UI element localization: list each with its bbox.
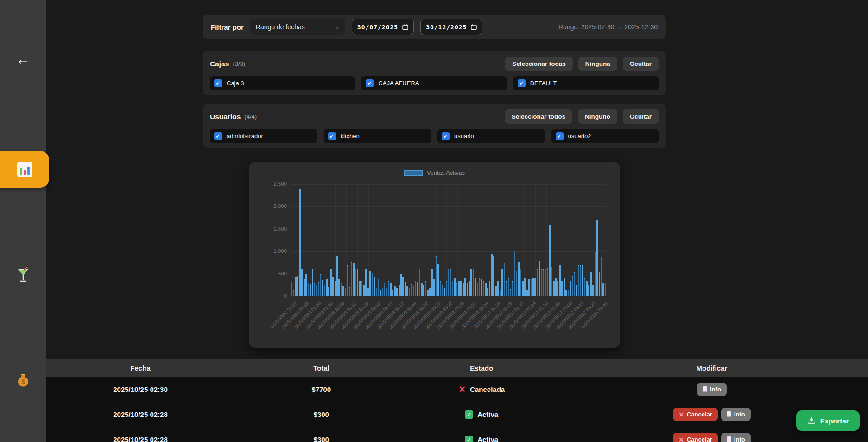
usuario-item[interactable]: ✓ usuario (437, 129, 545, 143)
usuarios-none-button[interactable]: Ninguno (578, 109, 617, 124)
bar (299, 189, 301, 296)
date-from-value: 30/07/2025 (357, 24, 398, 31)
bar (504, 263, 505, 296)
caja-label: CAJA AFUERA (378, 80, 419, 87)
document-icon (727, 411, 731, 417)
date-to-input[interactable]: 30/12/2025 (420, 19, 482, 35)
bar (508, 278, 509, 296)
cancel-button[interactable]: ✕ Cancelar (673, 408, 718, 421)
checkbox-checked-icon[interactable]: ✓ (214, 132, 222, 140)
filter-label: Filtrar por (211, 23, 244, 31)
bar (557, 281, 558, 296)
back-button[interactable]: ← (0, 52, 46, 67)
usuario-item[interactable]: ✓ administrador (210, 129, 317, 143)
document-icon (703, 386, 707, 392)
bar (433, 279, 435, 296)
bar (386, 288, 387, 296)
bar (372, 273, 373, 296)
activa-check-icon: ✓ (465, 410, 473, 419)
bar (470, 269, 472, 296)
bar (365, 269, 367, 296)
legend-swatch-icon (404, 170, 423, 176)
bar (543, 269, 544, 296)
bar (411, 284, 412, 296)
cajas-none-button[interactable]: Ninguna (578, 57, 617, 71)
checkbox-checked-icon[interactable]: ✓ (214, 79, 222, 87)
bar (559, 265, 561, 296)
info-button[interactable]: Info (697, 383, 727, 396)
usuarios-hide-button[interactable]: Ocultar (623, 109, 659, 124)
bar (417, 282, 418, 296)
bar (561, 281, 563, 296)
caja-item[interactable]: ✓ CAJA AFUERA (361, 76, 507, 90)
cajas-section: Cajas (3/3) Seleccionar todas Ninguna Oc… (203, 51, 666, 95)
bar (425, 281, 426, 296)
checkbox-checked-icon[interactable]: ✓ (328, 132, 336, 140)
y-tick-label: 0 (254, 293, 287, 299)
filter-type-select[interactable]: Rango de fechas ⌄ (250, 19, 345, 35)
usuarios-select-all-button[interactable]: Seleccionar todos (505, 109, 572, 124)
bar (291, 282, 292, 296)
cell-estado: Activa (477, 410, 498, 418)
chart-legend[interactable]: Ventas Activas (249, 170, 620, 176)
bar (532, 278, 534, 296)
caja-item[interactable]: ✓ DEFAULT (513, 76, 659, 90)
cajas-hide-button[interactable]: Ocultar (623, 57, 659, 71)
cancelada-x-icon: ✕ (458, 385, 466, 394)
y-tick-label: 1.500 (254, 226, 287, 231)
usuarios-count: (4/4) (244, 113, 257, 120)
caja-label: Caja 3 (227, 80, 244, 87)
checkbox-checked-icon[interactable]: ✓ (442, 132, 450, 140)
caja-item[interactable]: ✓ Caja 3 (210, 76, 355, 90)
document-icon (727, 436, 731, 442)
bar (500, 290, 501, 296)
bar (308, 283, 309, 296)
bar (553, 281, 555, 296)
chevron-down-icon: ⌄ (335, 24, 340, 30)
sidebar-item-money[interactable]: $ (0, 371, 46, 387)
bar (369, 271, 371, 296)
bar (495, 286, 497, 296)
bar (390, 283, 392, 296)
usuario-item[interactable]: ✓ usuario2 (551, 129, 659, 143)
bar (318, 282, 319, 296)
bar (446, 281, 447, 296)
bar (394, 286, 396, 296)
legend-label: Ventas Activas (427, 170, 464, 176)
info-button[interactable]: Info (721, 408, 751, 421)
bar (497, 281, 499, 296)
bar (314, 283, 315, 296)
date-from-input[interactable]: 30/07/2025 (352, 19, 414, 35)
export-button[interactable]: Exportar (796, 410, 860, 431)
bar (388, 281, 389, 296)
bar (595, 252, 596, 296)
bar (402, 277, 404, 296)
cell-estado: Activa (477, 436, 498, 442)
sidebar-item-reports[interactable] (0, 151, 49, 188)
chart-bars (291, 184, 606, 296)
checkbox-checked-icon[interactable]: ✓ (518, 79, 526, 87)
bar (382, 288, 383, 296)
bar (330, 269, 332, 296)
cell-fecha: 2025/10/25 02:28 (46, 410, 235, 418)
cancel-button[interactable]: ✕ Cancelar (673, 433, 718, 442)
bar (351, 262, 352, 296)
bar (572, 276, 573, 296)
bar (376, 288, 377, 296)
cocktail-icon (16, 267, 30, 282)
bar (355, 269, 356, 296)
bar-chart-icon (17, 162, 32, 177)
bar (516, 271, 517, 296)
sidebar-item-drinks[interactable] (0, 267, 46, 282)
checkbox-checked-icon[interactable]: ✓ (366, 79, 374, 87)
bar (380, 290, 381, 296)
bar (534, 278, 536, 296)
info-button[interactable]: Info (721, 433, 751, 442)
bar (539, 261, 540, 296)
bar (501, 269, 503, 296)
cajas-select-all-button[interactable]: Seleccionar todas (505, 57, 573, 71)
bar (413, 286, 414, 296)
bar (448, 269, 449, 296)
checkbox-checked-icon[interactable]: ✓ (556, 132, 564, 140)
usuario-item[interactable]: ✓ kitchen (324, 129, 431, 143)
